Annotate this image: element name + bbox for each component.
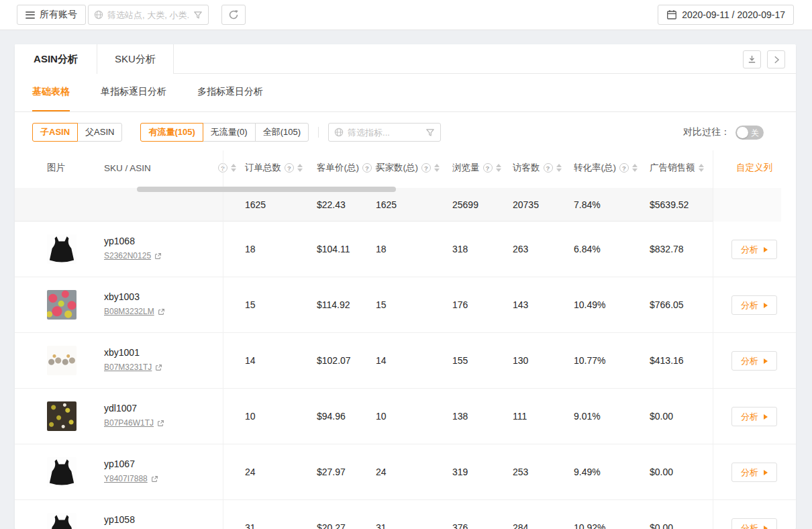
no-traffic-button[interactable]: 无流量(0) <box>203 123 256 142</box>
date-range-picker[interactable]: 2020-09-11 / 2020-09-17 <box>658 5 794 25</box>
analyze-button[interactable]: 分析 <box>731 463 777 482</box>
with-traffic-button[interactable]: 有流量(105) <box>140 123 203 142</box>
refresh-button[interactable] <box>221 5 246 25</box>
asin-link[interactable]: B07M3231TJ <box>104 363 152 372</box>
sku-label: ydl1007 <box>104 403 164 414</box>
column-header-views[interactable]: 浏览量 <box>452 150 501 185</box>
compare-past: 对比过往： 关 <box>683 123 764 142</box>
column-header-sku-asin: SKU / ASIN <box>104 150 151 185</box>
asin-link[interactable]: S2362N0125 <box>104 251 151 260</box>
help-icon[interactable] <box>483 163 493 173</box>
orders-cell: 10 <box>245 411 256 422</box>
views-cell: 155 <box>452 355 468 366</box>
refresh-icon <box>228 9 239 20</box>
column-header-visitors[interactable]: 访客数 <box>513 150 562 185</box>
compare-toggle[interactable]: 关 <box>735 126 764 140</box>
total-avg-price: $22.43 <box>317 199 346 210</box>
external-link-icon <box>158 308 165 316</box>
metric-filter-select[interactable] <box>328 123 441 142</box>
subtab-single-metric-daily[interactable]: 单指标逐日分析 <box>101 74 166 111</box>
conversion-cell: 9.49% <box>574 467 601 477</box>
column-header-avg-price[interactable]: 客单价(总) <box>317 150 380 185</box>
conversion-cell: 10.49% <box>574 299 605 310</box>
play-icon <box>764 358 768 364</box>
subtab-basic-table[interactable]: 基础表格 <box>32 74 70 111</box>
product-image <box>47 401 77 431</box>
sort-icon[interactable] <box>632 164 638 172</box>
sort-icon[interactable] <box>434 164 440 172</box>
column-header-conversion[interactable]: 转化率(总) <box>574 150 638 185</box>
sort-icon[interactable] <box>556 164 562 172</box>
visitors-cell: 130 <box>513 355 528 366</box>
asin-link[interactable]: B08M3232LM <box>104 307 154 316</box>
sku-label: yp1067 <box>104 459 158 469</box>
all-traffic-button[interactable]: 全部(105) <box>255 123 309 142</box>
sort-icon[interactable] <box>496 164 501 172</box>
conversion-cell: 6.84% <box>574 244 601 254</box>
ad-sales-cell: $0.00 <box>650 522 673 529</box>
avg-price-cell: $20.27 <box>317 522 346 529</box>
avg-price-cell: $104.11 <box>317 244 350 254</box>
collapse-button[interactable] <box>767 50 785 68</box>
sku-label: yp1058 <box>104 514 135 525</box>
chevron-right-icon <box>772 55 781 64</box>
help-icon[interactable] <box>619 163 629 173</box>
buyers-cell: 15 <box>376 299 387 310</box>
tab-label: SKU分析 <box>115 53 156 66</box>
subtab-label: 基础表格 <box>32 86 70 98</box>
column-header-image: 图片 <box>47 150 65 185</box>
product-image <box>47 346 77 375</box>
help-icon[interactable] <box>544 163 553 173</box>
buyers-cell: 18 <box>376 244 387 254</box>
sort-icon[interactable] <box>699 164 704 172</box>
analyze-button[interactable]: 分析 <box>731 240 777 259</box>
custom-columns-button[interactable]: 自定义列 <box>713 150 796 185</box>
analysis-card: ASIN分析 SKU分析 基础表格 单指标逐日分析 多指标逐日分析 <box>15 44 796 529</box>
site-filter-input[interactable] <box>107 10 189 20</box>
avg-price-cell: $114.92 <box>317 299 350 310</box>
tab-sku-analysis[interactable]: SKU分析 <box>97 44 174 74</box>
analyze-button[interactable]: 分析 <box>731 295 777 315</box>
metric-filter-input[interactable] <box>348 128 421 138</box>
sort-icon[interactable] <box>297 164 303 172</box>
orders-cell: 31 <box>245 522 256 529</box>
download-button[interactable] <box>743 50 761 68</box>
help-icon[interactable] <box>421 163 431 173</box>
horizontal-scrollbar[interactable] <box>137 187 396 192</box>
analyze-button[interactable]: 分析 <box>731 407 777 426</box>
views-cell: 138 <box>452 411 468 422</box>
compare-past-label: 对比过往： <box>683 126 730 138</box>
column-header-ad-sales[interactable]: 广告销售额 <box>650 150 704 185</box>
parent-asin-button[interactable]: 父ASIN <box>77 123 122 142</box>
child-asin-button[interactable]: 子ASIN <box>32 123 78 142</box>
avg-price-cell: $102.07 <box>317 355 351 366</box>
sort-icon[interactable] <box>231 164 236 172</box>
ad-sales-cell: $832.78 <box>650 244 684 254</box>
table-row: yp1067 Y8407I7888 24 $27.97 24 319 253 9… <box>15 444 796 500</box>
play-icon <box>764 470 768 475</box>
help-icon[interactable] <box>285 163 294 173</box>
traffic-filter-group: 有流量(105) 无流量(0) 全部(105) <box>140 123 309 142</box>
globe-icon <box>94 10 103 19</box>
menu-icon <box>26 9 35 20</box>
all-accounts-button[interactable]: 所有账号 <box>17 5 86 25</box>
column-header-orders[interactable]: 订单总数 <box>245 150 303 185</box>
avg-price-cell: $27.97 <box>317 467 346 477</box>
column-header-clipped[interactable] <box>218 150 236 185</box>
tab-asin-analysis[interactable]: ASIN分析 <box>15 44 97 74</box>
subtab-multi-metric-daily[interactable]: 多指标逐日分析 <box>197 74 263 111</box>
table-row: yp1068 S2362N0125 18 $104.11 18 318 263 … <box>15 222 796 277</box>
column-header-buyers[interactable]: 买家数(总) <box>376 150 440 185</box>
avg-price-cell: $94.96 <box>317 411 346 422</box>
help-icon[interactable] <box>362 163 372 173</box>
analyze-button[interactable]: 分析 <box>731 518 777 529</box>
subtab-label: 单指标逐日分析 <box>101 86 166 98</box>
analyze-button[interactable]: 分析 <box>731 351 777 371</box>
ad-sales-cell: $766.05 <box>650 299 684 310</box>
product-image <box>47 234 77 264</box>
asin-link[interactable]: B07P46W1TJ <box>104 418 154 428</box>
total-ad-sales: $5639.52 <box>650 199 689 210</box>
site-filter-select[interactable] <box>88 5 209 25</box>
vertical-divider <box>318 127 319 138</box>
asin-link[interactable]: Y8407I7888 <box>104 474 148 483</box>
